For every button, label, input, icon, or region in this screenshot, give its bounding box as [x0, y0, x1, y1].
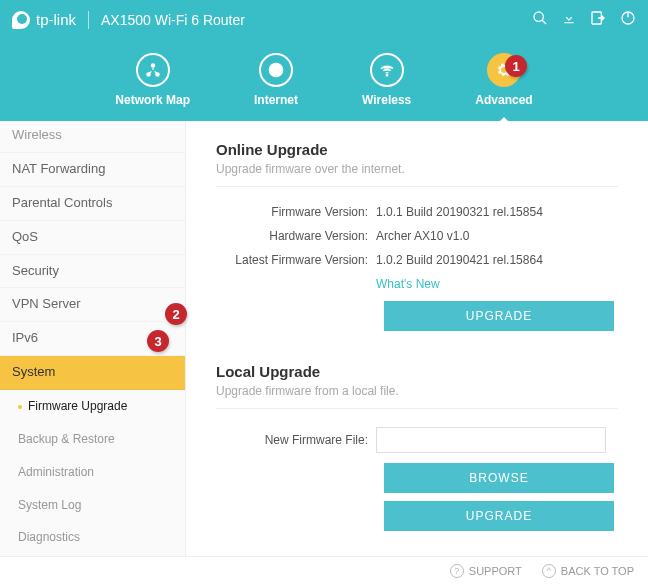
annotation-1: 1: [505, 55, 527, 77]
firmware-file-input[interactable]: [376, 427, 606, 453]
tab-wireless[interactable]: Wireless: [362, 53, 411, 107]
row-new-firmware-file: New Firmware File:: [216, 427, 618, 453]
tab-label: Advanced: [475, 93, 532, 107]
header-bar: tp-link AX1500 Wi-Fi 6 Router: [0, 0, 648, 39]
reboot-icon[interactable]: [620, 10, 636, 29]
label-latest: Latest Firmware Version:: [216, 253, 376, 267]
support-button[interactable]: ? SUPPORT: [450, 564, 522, 578]
logo: tp-link: [12, 11, 76, 29]
sidebar-item-security[interactable]: Security: [0, 255, 185, 289]
row-latest-firmware: Latest Firmware Version: 1.0.2 Build 201…: [216, 253, 618, 267]
sidebar-sub-backup[interactable]: Backup & Restore: [0, 423, 185, 456]
chevron-up-icon: ^: [542, 564, 556, 578]
globe-icon: [259, 53, 293, 87]
row-whatsnew: What's New: [216, 277, 618, 291]
wifi-icon: [370, 53, 404, 87]
annotation-3: 3: [147, 330, 169, 352]
tab-label: Internet: [254, 93, 298, 107]
svg-point-0: [534, 12, 543, 21]
sidebar-item-nat[interactable]: NAT Forwarding: [0, 153, 185, 187]
sidebar-sub-admin[interactable]: Administration: [0, 456, 185, 489]
main-tabs: Network Map Internet Wireless Advanced: [0, 39, 648, 121]
content-body: Wireless NAT Forwarding Parental Control…: [0, 121, 648, 556]
tab-network-map[interactable]: Network Map: [115, 53, 190, 107]
search-icon[interactable]: [532, 10, 548, 29]
label-file: New Firmware File:: [216, 433, 376, 447]
product-title: AX1500 Wi-Fi 6 Router: [101, 12, 245, 28]
online-upgrade-title: Online Upgrade: [216, 141, 618, 158]
sidebar-sub-firmware[interactable]: Firmware Upgrade: [0, 390, 185, 423]
sidebar-sub-diag[interactable]: Diagnostics: [0, 521, 185, 554]
main-panel: Online Upgrade Upgrade firmware over the…: [186, 121, 648, 556]
local-upgrade-desc: Upgrade firmware from a local file.: [216, 384, 618, 409]
online-upgrade-button[interactable]: UPGRADE: [384, 301, 614, 331]
row-hardware-version: Hardware Version: Archer AX10 v1.0: [216, 229, 618, 243]
annotation-2: 2: [165, 303, 187, 325]
sidebar-sub-syslog[interactable]: System Log: [0, 489, 185, 522]
support-icon: ?: [450, 564, 464, 578]
network-map-icon: [136, 53, 170, 87]
online-upgrade-desc: Upgrade firmware over the internet.: [216, 162, 618, 187]
label-hw: Hardware Version:: [216, 229, 376, 243]
local-upgrade-button[interactable]: UPGRADE: [384, 501, 614, 531]
whats-new-link[interactable]: What's New: [376, 277, 440, 291]
svg-point-12: [386, 75, 388, 77]
tab-label: Wireless: [362, 93, 411, 107]
sidebar-item-qos[interactable]: QoS: [0, 221, 185, 255]
logout-icon[interactable]: [590, 10, 606, 29]
row-firmware-version: Firmware Version: 1.0.1 Build 20190321 r…: [216, 205, 618, 219]
svg-line-1: [542, 20, 546, 24]
value-fw: 1.0.1 Build 20190321 rel.15854: [376, 205, 618, 219]
browse-button[interactable]: BROWSE: [384, 463, 614, 493]
header-actions: [532, 10, 636, 29]
sidebar-item-vpn[interactable]: VPN Server: [0, 288, 185, 322]
value-latest: 1.0.2 Build 20190421 rel.15864: [376, 253, 618, 267]
tplink-logo-icon: [12, 11, 30, 29]
svg-point-6: [150, 63, 155, 68]
svg-rect-2: [564, 22, 573, 23]
label-fw: Firmware Version:: [216, 205, 376, 219]
sidebar-item-parental[interactable]: Parental Controls: [0, 187, 185, 221]
sidebar-item-system[interactable]: System: [0, 356, 185, 390]
back-to-top-button[interactable]: ^ BACK TO TOP: [542, 564, 634, 578]
download-icon[interactable]: [562, 10, 576, 29]
brand-text: tp-link: [36, 11, 76, 28]
sidebar-sub-time[interactable]: Time & Language: [0, 554, 185, 556]
footer-bar: ? SUPPORT ^ BACK TO TOP: [0, 556, 648, 584]
tab-internet[interactable]: Internet: [254, 53, 298, 107]
tab-label: Network Map: [115, 93, 190, 107]
local-upgrade-title: Local Upgrade: [216, 363, 618, 380]
bullet-icon: [18, 405, 22, 409]
value-hw: Archer AX10 v1.0: [376, 229, 618, 243]
header-divider: [88, 11, 89, 29]
sidebar-item-wireless[interactable]: Wireless: [0, 123, 185, 153]
